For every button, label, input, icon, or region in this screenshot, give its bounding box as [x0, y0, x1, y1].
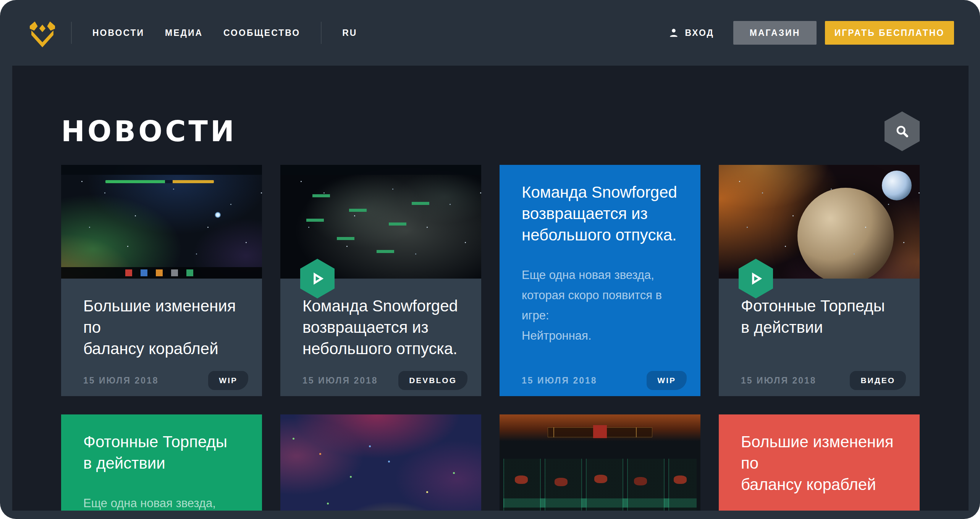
news-card[interactable]: Команда Snowforged возвращается из небол…: [280, 165, 481, 396]
card-title: Большие изменения по балансу кораблей: [83, 295, 247, 359]
news-card[interactable]: [500, 414, 700, 511]
card-title: Фотонные Торпеды в действии: [741, 295, 904, 338]
card-date: 15 ИЮЛЯ 2018: [522, 376, 597, 386]
card-title: Команда Snowforged возвращается из небол…: [302, 295, 466, 359]
play-icon: [310, 271, 325, 286]
news-card[interactable]: Команда Snowforged возвращается из небол…: [500, 165, 700, 396]
nav-item-news[interactable]: НОВОСТИ: [92, 28, 144, 38]
search-icon: [894, 123, 910, 139]
news-card[interactable]: Большие изменения по балансу кораблей Ещ…: [719, 414, 920, 511]
card-title: Большие изменения по балансу кораблей: [741, 431, 904, 495]
card-footer: 15 ИЮЛЯ 2018 WIP: [522, 371, 687, 390]
card-body: Команда Snowforged возвращается из небол…: [280, 279, 481, 396]
page-title: НОВОСТИ: [61, 115, 237, 148]
language-switcher[interactable]: RU: [342, 28, 357, 38]
card-excerpt: Еще одна новая звезда, которая скоро поя…: [522, 265, 685, 346]
card-tag[interactable]: DEVBLOG: [398, 371, 467, 390]
login-label: ВХОД: [685, 28, 714, 38]
card-date: 15 ИЮЛЯ 2018: [741, 376, 817, 386]
card-body: Большие изменения по балансу кораблей 15…: [61, 279, 262, 396]
news-card[interactable]: Фотонные Торпеды в действии 15 ИЮЛЯ 2018…: [719, 165, 920, 396]
card-image-territory-map: [280, 414, 481, 511]
site-page: НОВОСТИ МЕДИА СООБЩЕСТВО RU ВХОД МАГАЗИН…: [0, 0, 980, 519]
card-image-hangar-ui: [500, 414, 700, 511]
login-link[interactable]: ВХОД: [668, 27, 714, 38]
top-navbar: НОВОСТИ МЕДИА СООБЩЕСТВО RU ВХОД МАГАЗИН…: [0, 0, 980, 66]
card-image-planets-scene: [719, 165, 920, 279]
card-footer: 15 ИЮЛЯ 2018 DEVBLOG: [302, 371, 467, 390]
card-title: Фотонные Торпеды в действии: [83, 431, 247, 474]
card-tag[interactable]: WIP: [647, 371, 687, 390]
news-grid: Большие изменения по балансу кораблей 15…: [61, 165, 920, 511]
card-tag[interactable]: ВИДЕО: [850, 371, 906, 390]
play-icon: [748, 271, 763, 286]
card-footer: 15 ИЮЛЯ 2018 WIP: [83, 371, 248, 390]
card-image-fleet-battle: [280, 165, 481, 279]
card-date: 15 ИЮЛЯ 2018: [83, 376, 159, 386]
title-row: НОВОСТИ: [61, 111, 920, 151]
nav-item-media[interactable]: МЕДИА: [165, 28, 203, 38]
card-tag[interactable]: WIP: [208, 371, 248, 390]
main-nav: НОВОСТИ МЕДИА СООБЩЕСТВО: [72, 28, 300, 38]
search-button[interactable]: [885, 111, 920, 151]
news-card[interactable]: Большие изменения по балансу кораблей 15…: [61, 165, 262, 396]
news-section: НОВОСТИ: [61, 111, 920, 511]
game-logo[interactable]: [26, 18, 59, 47]
card-title: Команда Snowforged возвращается из небол…: [522, 182, 685, 246]
user-icon: [668, 27, 679, 38]
card-footer: 15 ИЮЛЯ 2018 ВИДЕО: [741, 371, 906, 390]
main-panel: НОВОСТИ: [12, 66, 969, 511]
card-date: 15 ИЮЛЯ 2018: [302, 376, 378, 386]
card-body: Фотонные Торпеды в действии 15 ИЮЛЯ 2018…: [719, 279, 920, 396]
play-free-button[interactable]: ИГРАТЬ БЕСПЛАТНО: [825, 21, 954, 45]
news-card[interactable]: [280, 414, 481, 511]
nav-item-community[interactable]: СООБЩЕСТВО: [223, 28, 300, 38]
store-button[interactable]: МАГАЗИН: [733, 21, 817, 45]
card-image-space-strategy-map: [61, 165, 262, 279]
card-excerpt: Еще одна новая звезда, которая скоро поя…: [83, 493, 247, 511]
news-card[interactable]: Фотонные Торпеды в действии Еще одна нов…: [61, 414, 262, 511]
header-divider: [321, 22, 322, 44]
